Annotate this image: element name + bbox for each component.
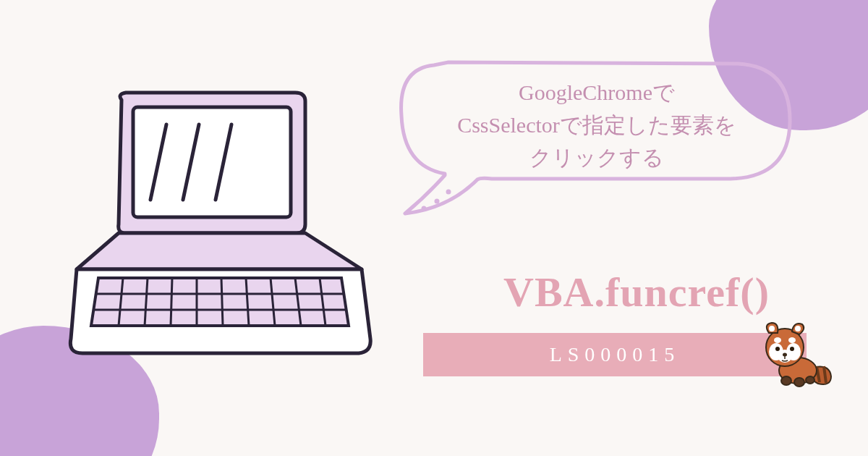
svg-point-20 [794,378,804,387]
svg-point-16 [435,199,440,204]
svg-point-31 [790,347,794,351]
red-panda-mascot-icon [756,311,835,391]
main-title: VBA.funcref() [434,268,839,316]
bubble-line-1: GoogleChromeで [405,76,788,109]
svg-point-17 [422,206,427,211]
laptop-icon [58,80,376,384]
svg-point-29 [788,337,796,343]
code-label: LS000015 [550,343,681,366]
svg-line-8 [171,278,172,326]
bubble-line-3: クリックする [405,141,788,174]
svg-point-24 [795,326,801,332]
code-bar: LS000015 [423,333,807,376]
svg-point-28 [774,337,781,343]
svg-point-15 [446,190,451,195]
svg-point-32 [783,353,787,357]
svg-point-21 [806,376,814,384]
bubble-line-2: CssSelectorで指定した要素を [405,109,788,141]
svg-point-30 [775,347,780,351]
svg-point-23 [769,326,775,332]
svg-line-10 [221,278,223,326]
bubble-text: GoogleChromeで CssSelectorで指定した要素を クリックする [405,76,788,174]
svg-point-19 [781,376,791,385]
